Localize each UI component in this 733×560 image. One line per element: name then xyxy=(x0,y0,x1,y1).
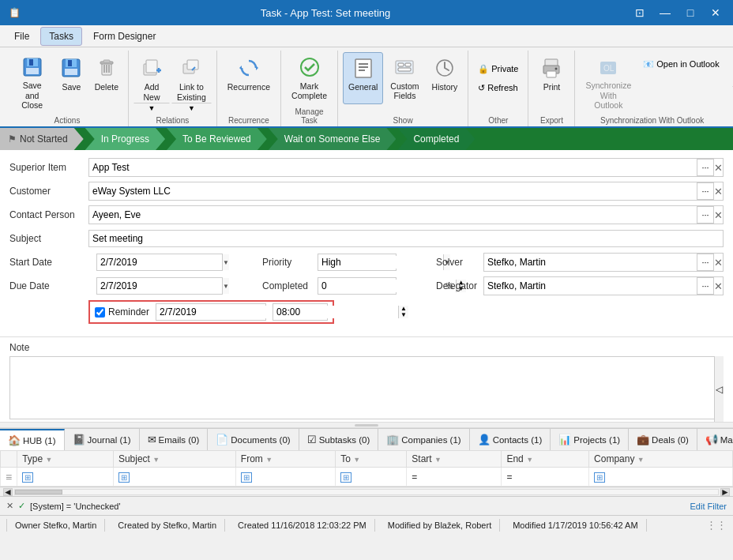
in-progress-label: In Progress xyxy=(101,133,149,145)
minimize-button[interactable]: — xyxy=(654,3,676,22)
tab-emails[interactable]: ✉ Emails (0) xyxy=(140,429,209,451)
history-button[interactable]: History xyxy=(427,52,464,104)
horizontal-scrollbar[interactable]: ◄ ► xyxy=(0,487,733,496)
reminder-date-input[interactable] xyxy=(156,306,281,318)
scroll-thumb[interactable] xyxy=(15,490,62,494)
customer-input[interactable] xyxy=(89,183,697,199)
due-date-row: Due Date ▼ Completed % ▲ ▼ Delegator ···… xyxy=(9,276,724,295)
time-decrement[interactable]: ▼ xyxy=(400,312,407,318)
priority-input[interactable] xyxy=(318,256,443,269)
to-sort-icon: ▼ xyxy=(353,456,360,464)
col-subject-header[interactable]: Subject ▼ xyxy=(113,451,235,468)
type-cell-icon: ⊞ xyxy=(22,472,33,483)
superior-item-clear-button[interactable]: ✕ xyxy=(714,162,723,174)
delegator-input[interactable] xyxy=(484,278,697,294)
superior-item-input[interactable] xyxy=(89,160,697,175)
status-not-started[interactable]: ⚑ Not Started xyxy=(0,128,84,150)
note-scroll-indicator: ◁ xyxy=(714,356,724,422)
reminder-time-input[interactable] xyxy=(273,306,398,318)
solver-dots-button[interactable]: ··· xyxy=(697,254,714,271)
due-date-input[interactable] xyxy=(97,280,222,292)
superior-item-label: Superior Item xyxy=(9,162,88,173)
link-existing-button[interactable]: Link toExisting xyxy=(171,52,212,103)
status-completed[interactable]: Completed xyxy=(397,128,475,150)
to-header-label: To xyxy=(340,453,351,464)
solver-clear-button[interactable]: ✕ xyxy=(714,257,723,269)
scroll-left-btn[interactable]: ◄ xyxy=(3,488,13,496)
row-to-cell: ⊞ xyxy=(336,468,407,487)
maximize-button[interactable]: □ xyxy=(679,3,701,22)
contact-person-input[interactable] xyxy=(89,207,697,223)
col-from-header[interactable]: From ▼ xyxy=(235,451,335,468)
restore-button[interactable]: ⊡ xyxy=(629,3,651,22)
custom-fields-button[interactable]: CustomFields xyxy=(385,52,424,104)
status-wait[interactable]: Wait on Someone Else xyxy=(269,128,397,150)
delete-button[interactable]: Delete xyxy=(90,52,123,104)
link-existing-dropdown[interactable]: ▼ xyxy=(171,103,212,114)
add-new-dropdown[interactable]: ▼ xyxy=(133,103,170,114)
menu-file[interactable]: File xyxy=(6,28,37,45)
contact-person-dots-button[interactable]: ··· xyxy=(697,206,714,224)
reminder-row: Reminder ▼ ▲ ▼ xyxy=(9,300,724,324)
subject-header-label: Subject xyxy=(118,453,150,464)
superior-item-dots-button[interactable]: ··· xyxy=(697,159,714,176)
end-header-label: End xyxy=(506,453,523,464)
resize-handle[interactable] xyxy=(0,422,733,428)
link-existing-label: Link toExisting xyxy=(177,82,206,102)
col-company-header[interactable]: Company ▼ xyxy=(589,451,733,468)
solver-input[interactable] xyxy=(484,254,697,270)
general-button[interactable]: General xyxy=(343,52,383,104)
reminder-checkbox[interactable] xyxy=(95,307,105,318)
tab-documents[interactable]: 📄 Documents (0) xyxy=(208,429,299,451)
col-to-header[interactable]: To ▼ xyxy=(336,451,407,468)
delegator-clear-button[interactable]: ✕ xyxy=(714,280,723,292)
tab-contacts[interactable]: 👤 Contacts (1) xyxy=(470,429,551,451)
close-button[interactable]: ✕ xyxy=(705,3,727,22)
tab-journal[interactable]: 📓 Journal (1) xyxy=(65,429,140,451)
row-drag-handle[interactable]: ≡ xyxy=(1,468,17,487)
private-button[interactable]: 🔒 Private xyxy=(473,60,523,77)
customer-field-group: ··· ✕ xyxy=(88,182,724,201)
save-close-button[interactable]: Save andClose xyxy=(11,52,53,104)
sync-outlook-button[interactable]: OL SynchronizeWith Outlook xyxy=(580,52,637,104)
status-in-progress[interactable]: In Progress xyxy=(85,128,165,150)
col-start-header[interactable]: Start ▼ xyxy=(407,451,502,468)
scroll-track[interactable] xyxy=(14,489,719,495)
menu-tasks[interactable]: Tasks xyxy=(40,27,82,46)
refresh-button[interactable]: ↺ Refresh xyxy=(473,79,523,96)
edit-filter-button[interactable]: Edit Filter xyxy=(690,502,727,511)
due-date-arrow[interactable]: ▼ xyxy=(222,278,229,294)
delegator-dots-button[interactable]: ··· xyxy=(697,277,714,295)
start-date-input[interactable] xyxy=(97,256,222,269)
start-date-arrow[interactable]: ▼ xyxy=(222,254,229,270)
completed-input[interactable] xyxy=(318,280,443,292)
scroll-right-btn[interactable]: ► xyxy=(720,488,730,496)
save-button[interactable]: Save xyxy=(55,52,88,104)
tab-deals[interactable]: 💼 Deals (0) xyxy=(629,429,697,451)
filter-cancel-button[interactable]: ✕ xyxy=(6,501,13,511)
note-textarea[interactable] xyxy=(9,356,724,419)
deals-tab-label: Deals (0) xyxy=(652,435,689,445)
recurrence-button[interactable]: Recurrence xyxy=(222,52,276,104)
contact-person-clear-button[interactable]: ✕ xyxy=(714,209,723,221)
customer-clear-button[interactable]: ✕ xyxy=(714,186,723,197)
print-button[interactable]: Print xyxy=(533,52,569,104)
menu-form-designer[interactable]: Form Designer xyxy=(85,28,164,45)
reminder-time-field: ▲ ▼ xyxy=(273,303,328,321)
relations-group-label: Relations xyxy=(133,115,212,126)
tab-companies[interactable]: 🏢 Companies (1) xyxy=(378,429,469,451)
customer-dots-button[interactable]: ··· xyxy=(697,182,714,200)
add-new-button[interactable]: Add New xyxy=(133,52,170,103)
tab-projects[interactable]: 📊 Projects (1) xyxy=(551,429,629,451)
open-outlook-button[interactable]: 📧 Open in Outlook xyxy=(638,55,724,73)
filter-apply-button[interactable]: ✓ xyxy=(18,501,25,511)
tab-hub[interactable]: 🏠 HUB (1) xyxy=(0,429,65,451)
tab-marketing[interactable]: 📢 Marketing (0) xyxy=(697,429,733,451)
tab-subtasks[interactable]: ☑ Subtasks (0) xyxy=(299,429,379,451)
status-to-be-reviewed[interactable]: To Be Reviewed xyxy=(167,128,267,150)
mark-complete-button[interactable]: Mark Complete xyxy=(286,52,333,104)
subtasks-tab-icon: ☑ xyxy=(307,434,317,445)
col-end-header[interactable]: End ▼ xyxy=(502,451,589,468)
subject-input[interactable] xyxy=(89,231,723,246)
col-type-header[interactable]: Type ▼ xyxy=(17,451,114,468)
